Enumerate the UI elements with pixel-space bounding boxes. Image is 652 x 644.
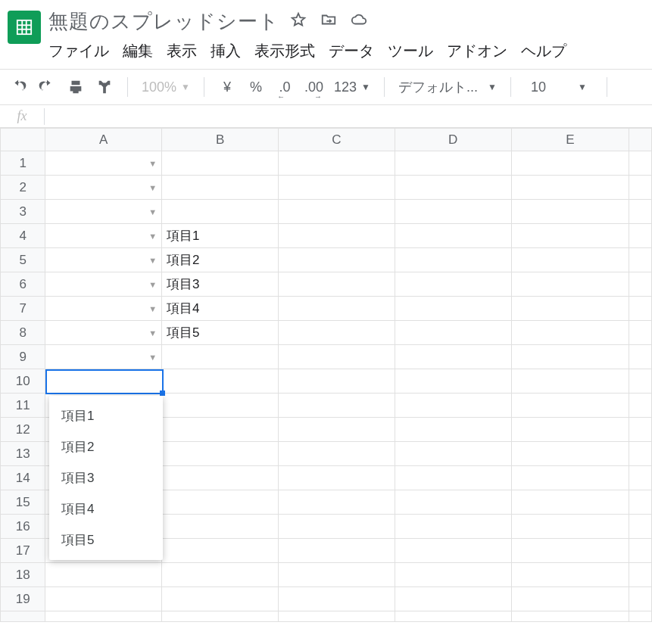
cell-B2[interactable]: [162, 176, 279, 200]
cell-D10[interactable]: [395, 369, 511, 394]
cell[interactable]: [629, 248, 652, 272]
cell-D17[interactable]: [395, 539, 511, 563]
cell-A1[interactable]: ▼: [45, 151, 162, 176]
cell-C3[interactable]: [279, 200, 395, 224]
cell-D14[interactable]: [395, 466, 511, 490]
undo-button[interactable]: [9, 76, 27, 98]
cell[interactable]: [629, 369, 652, 394]
cell[interactable]: [629, 297, 652, 321]
dropdown-option[interactable]: 項目4: [49, 493, 163, 524]
cell-D6[interactable]: [395, 272, 511, 297]
cell-E5[interactable]: [511, 248, 629, 272]
cell-B15[interactable]: [162, 490, 279, 515]
row-header[interactable]: 14: [1, 466, 45, 490]
cell-C16[interactable]: [279, 515, 395, 539]
font-size-dropdown[interactable]: 10 ▼: [525, 79, 593, 95]
cell[interactable]: [629, 490, 652, 515]
cell-E2[interactable]: [511, 176, 629, 200]
cell[interactable]: [629, 200, 652, 224]
row-header[interactable]: 17: [1, 539, 45, 563]
cell-B12[interactable]: [162, 418, 279, 442]
spreadsheet-grid[interactable]: A B C D E 1▼2▼3▼4▼項目15▼項目26▼項目37▼項目48▼項目…: [0, 128, 652, 622]
cell-B6[interactable]: 項目3: [162, 272, 279, 297]
cell-E15[interactable]: [511, 490, 629, 515]
cell-D5[interactable]: [395, 248, 511, 272]
cell-B18[interactable]: [162, 563, 279, 587]
cell-C19[interactable]: [279, 587, 395, 611]
cell-E7[interactable]: [511, 297, 629, 321]
star-icon[interactable]: [290, 11, 307, 32]
dropdown-arrow-icon[interactable]: ▼: [148, 280, 157, 289]
column-header[interactable]: B: [162, 129, 279, 151]
cell[interactable]: [629, 515, 652, 539]
percent-button[interactable]: %: [247, 76, 265, 98]
row-header[interactable]: 16: [1, 515, 45, 539]
cell-D19[interactable]: [395, 587, 511, 611]
row-header[interactable]: 1: [1, 151, 45, 176]
menu-addons[interactable]: アドオン: [447, 41, 507, 61]
cell-B19[interactable]: [162, 587, 279, 611]
formula-bar-input[interactable]: [45, 105, 652, 127]
cell-D12[interactable]: [395, 418, 511, 442]
cell-A5[interactable]: ▼: [45, 248, 162, 272]
cell-D1[interactable]: [395, 151, 511, 176]
cell-B8[interactable]: 項目5: [162, 321, 279, 345]
row-header[interactable]: 9: [1, 345, 45, 369]
column-header[interactable]: [629, 129, 652, 151]
cell-A2[interactable]: ▼: [45, 176, 162, 200]
cell-C11[interactable]: [279, 394, 395, 418]
number-format-dropdown[interactable]: 123 ▼: [334, 79, 370, 95]
cell-D4[interactable]: [395, 224, 511, 248]
cell-C10[interactable]: [279, 369, 395, 394]
cell[interactable]: [395, 611, 511, 622]
currency-button[interactable]: ¥: [218, 76, 236, 98]
dropdown-arrow-icon[interactable]: ▼: [148, 159, 157, 168]
cell-E9[interactable]: [511, 345, 629, 369]
cell-D8[interactable]: [395, 321, 511, 345]
cell-A19[interactable]: [45, 587, 162, 611]
paint-format-button[interactable]: [95, 76, 114, 98]
cell-A4[interactable]: ▼: [45, 224, 162, 248]
column-header[interactable]: E: [511, 129, 629, 151]
cell-A6[interactable]: ▼: [45, 272, 162, 297]
dropdown-arrow-icon[interactable]: ▼: [148, 304, 157, 313]
cell[interactable]: [629, 321, 652, 345]
cell-A3[interactable]: ▼: [45, 200, 162, 224]
cell-B17[interactable]: [162, 539, 279, 563]
cell-B5[interactable]: 項目2: [162, 248, 279, 272]
cell[interactable]: [629, 345, 652, 369]
cell-E16[interactable]: [511, 515, 629, 539]
cell-C13[interactable]: [279, 442, 395, 466]
document-title[interactable]: 無題のスプレッドシート: [48, 8, 279, 35]
cell-D16[interactable]: [395, 515, 511, 539]
cell-C4[interactable]: [279, 224, 395, 248]
cell[interactable]: [629, 587, 652, 611]
cell-C14[interactable]: [279, 466, 395, 490]
cell-D15[interactable]: [395, 490, 511, 515]
zoom-dropdown[interactable]: 100% ▼: [142, 79, 190, 95]
column-header[interactable]: C: [279, 129, 395, 151]
row-header[interactable]: 10: [1, 369, 45, 394]
cell-C12[interactable]: [279, 418, 395, 442]
dropdown-option[interactable]: 項目3: [49, 462, 163, 493]
menu-insert[interactable]: 挿入: [211, 41, 241, 61]
cell[interactable]: [45, 611, 162, 622]
cell-D3[interactable]: [395, 200, 511, 224]
cell-C9[interactable]: [279, 345, 395, 369]
cell-E11[interactable]: [511, 394, 629, 418]
cell-E3[interactable]: [511, 200, 629, 224]
cell-B10[interactable]: [162, 369, 279, 394]
cell-B1[interactable]: [162, 151, 279, 176]
decrease-decimal-button[interactable]: .0 ←: [276, 76, 294, 98]
cell[interactable]: [629, 151, 652, 176]
cell-E13[interactable]: [511, 442, 629, 466]
cell-D13[interactable]: [395, 442, 511, 466]
cell-C6[interactable]: [279, 272, 395, 297]
cell[interactable]: [629, 224, 652, 248]
row-header[interactable]: 13: [1, 442, 45, 466]
cell-D9[interactable]: [395, 345, 511, 369]
cell-A7[interactable]: ▼: [45, 297, 162, 321]
print-button[interactable]: [67, 76, 85, 98]
dropdown-arrow-icon[interactable]: ▼: [148, 256, 157, 265]
menu-edit[interactable]: 編集: [123, 41, 153, 61]
